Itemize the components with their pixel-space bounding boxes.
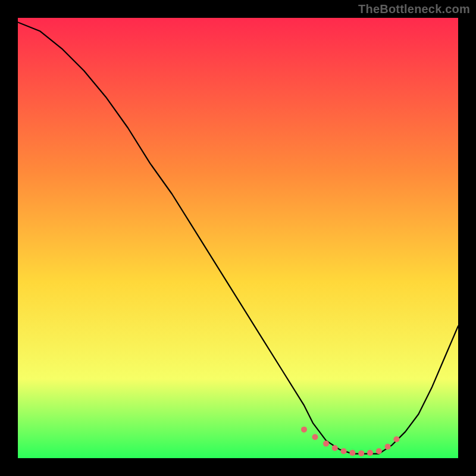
marker-dot (323, 441, 329, 447)
marker-dot (376, 448, 382, 454)
marker-dot (341, 448, 347, 454)
marker-dot (312, 434, 318, 440)
marker-dot (349, 450, 355, 456)
marker-dot (332, 445, 338, 451)
chart-frame: { "watermark": "TheBottleneck.com", "col… (0, 0, 476, 476)
marker-dot (393, 436, 399, 442)
marker-dot (367, 450, 373, 456)
bottleneck-chart (18, 18, 458, 458)
marker-dot (301, 427, 307, 433)
gradient-plot-area (18, 18, 458, 458)
marker-dot (385, 444, 391, 450)
watermark-text: TheBottleneck.com (358, 2, 470, 16)
marker-dot (358, 450, 364, 456)
